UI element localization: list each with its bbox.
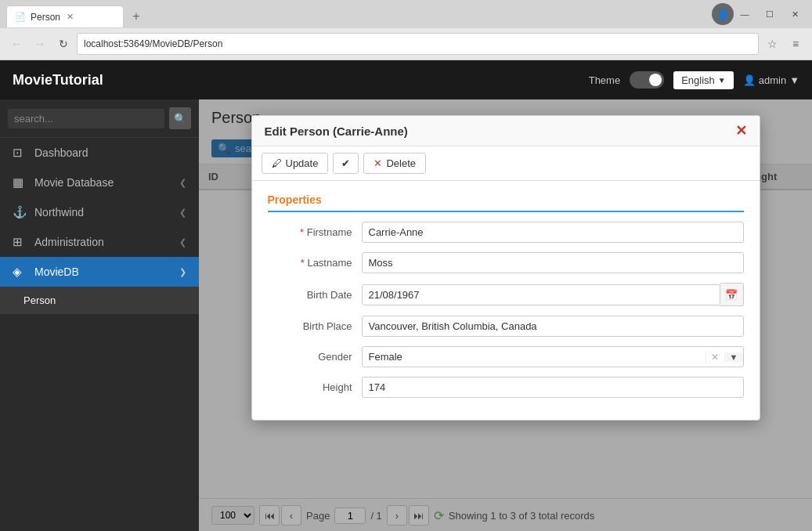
reload-button[interactable]: ↻ [53, 34, 74, 54]
dashboard-icon: ⊡ [13, 146, 27, 160]
close-button[interactable]: ✕ [784, 3, 806, 25]
modal-title: Edit Person (Carrie-Anne) [265, 125, 408, 138]
birthplace-input[interactable] [362, 316, 744, 337]
app-title: MovieTutorial [13, 72, 589, 88]
user-label: admin [759, 74, 786, 86]
browser-tab[interactable]: 📄 Person ✕ [6, 5, 124, 27]
sidebar: 🔍 ⊡ Dashboard ▦ Movie Database ❮ ⚓ North… [0, 99, 199, 531]
user-icon: 👤 [743, 74, 756, 86]
toggle-track[interactable] [630, 71, 664, 88]
sidebar-item-movie-database[interactable]: ▦ Movie Database ❮ [0, 168, 199, 197]
chevron-left-icon: ❮ [179, 208, 186, 218]
birthdate-label: Birth Date [268, 289, 362, 301]
lastname-row: Lastname [268, 252, 744, 273]
sidebar-item-person[interactable]: Person [0, 287, 199, 314]
sidebar-item-label: Movie Database [34, 176, 171, 189]
delete-button[interactable]: ✕ Delete [363, 153, 426, 174]
firstname-row: Firstname [268, 222, 744, 243]
northwind-icon: ⚓ [13, 205, 27, 219]
chevron-down-icon: ❯ [179, 267, 186, 277]
height-row: Height [268, 377, 744, 398]
movie-database-icon: ▦ [13, 175, 27, 190]
sidebar-item-label: Northwind [34, 206, 171, 219]
language-label: English [681, 74, 715, 86]
chevron-left-icon: ❮ [179, 237, 186, 247]
tab-page-icon: 📄 [15, 12, 26, 22]
language-arrow-icon: ▼ [718, 76, 726, 85]
birthplace-label: Birth Place [268, 320, 362, 332]
sidebar-item-dashboard[interactable]: ⊡ Dashboard [0, 138, 199, 168]
gender-clear-button[interactable]: ✕ [706, 352, 724, 363]
maximize-button[interactable]: ☐ [759, 3, 781, 25]
firstname-label: Firstname [268, 226, 362, 238]
content-area: Person 🔍 ➕ New Person 🔄 Refresh [199, 99, 812, 531]
app-header: MovieTutorial Theme English ▼ 👤 admin ▼ [0, 60, 812, 99]
theme-label: Theme [589, 74, 620, 86]
sidebar-item-label: MovieDB [34, 266, 171, 278]
birthdate-wrapper: 📅 [362, 283, 744, 306]
save-icon: ✔ [341, 157, 350, 169]
calendar-icon[interactable]: 📅 [720, 283, 744, 306]
user-menu-button[interactable]: 👤 admin ▼ [743, 74, 799, 86]
gender-row: Gender Female ✕ ▼ [268, 346, 744, 367]
birthplace-row: Birth Place [268, 316, 744, 337]
sidebar-item-moviedb[interactable]: ◈ MovieDB ❯ [0, 257, 199, 287]
birthdate-input[interactable] [362, 284, 720, 305]
bookmark-icon[interactable]: ☆ [762, 34, 782, 54]
new-tab-button[interactable]: + [127, 7, 146, 26]
user-avatar-top: 👤 [712, 3, 734, 25]
chevron-left-icon: ❮ [179, 178, 186, 188]
tab-close-button[interactable]: ✕ [67, 12, 74, 22]
sidebar-item-label: Dashboard [34, 146, 186, 159]
sidebar-item-northwind[interactable]: ⚓ Northwind ❮ [0, 197, 199, 227]
height-input[interactable] [362, 377, 744, 398]
gender-select[interactable]: Female ✕ ▼ [362, 346, 744, 367]
url-bar[interactable] [77, 33, 759, 55]
update-icon: 🖊 [272, 157, 282, 169]
height-label: Height [268, 381, 362, 393]
back-button[interactable]: ← [6, 34, 27, 54]
forward-button[interactable]: → [30, 34, 50, 54]
sidebar-item-label: Administration [34, 236, 171, 248]
user-arrow-icon: ▼ [789, 74, 799, 86]
lastname-input[interactable] [362, 252, 744, 273]
language-button[interactable]: English ▼ [673, 71, 734, 89]
modal-overlay: Edit Person (Carrie-Anne) ✕ 🖊 Update ✔ ✕ [199, 99, 812, 531]
modal-close-button[interactable]: ✕ [735, 124, 747, 138]
sidebar-sub-label: Person [23, 294, 186, 306]
menu-icon[interactable]: ≡ [785, 34, 806, 54]
gender-dropdown-icon[interactable]: ▼ [724, 352, 743, 362]
delete-icon: ✕ [374, 157, 382, 169]
sidebar-search-button[interactable]: 🔍 [169, 107, 191, 129]
update-button[interactable]: 🖊 Update [262, 153, 329, 174]
edit-person-modal: Edit Person (Carrie-Anne) ✕ 🖊 Update ✔ ✕ [251, 115, 760, 421]
birthdate-row: Birth Date 📅 [268, 283, 744, 306]
lastname-label: Lastname [268, 257, 362, 269]
minimize-button[interactable]: — [734, 3, 756, 25]
update-label: Update [286, 157, 319, 169]
moviedb-icon: ◈ [13, 265, 27, 279]
properties-section-title: Properties [268, 193, 744, 212]
sidebar-item-administration[interactable]: ⊞ Administration ❮ [0, 227, 199, 257]
sidebar-search-input[interactable] [8, 109, 164, 128]
administration-icon: ⊞ [13, 235, 27, 249]
delete-label: Delete [386, 157, 416, 169]
tab-title: Person [31, 12, 60, 23]
toggle-thumb [649, 74, 662, 86]
gender-value: Female [363, 347, 706, 367]
firstname-input[interactable] [362, 222, 744, 243]
window-controls: — ☐ ✕ [734, 3, 806, 25]
save-button[interactable]: ✔ [333, 153, 359, 174]
gender-label: Gender [268, 351, 362, 363]
theme-toggle[interactable] [630, 71, 664, 88]
